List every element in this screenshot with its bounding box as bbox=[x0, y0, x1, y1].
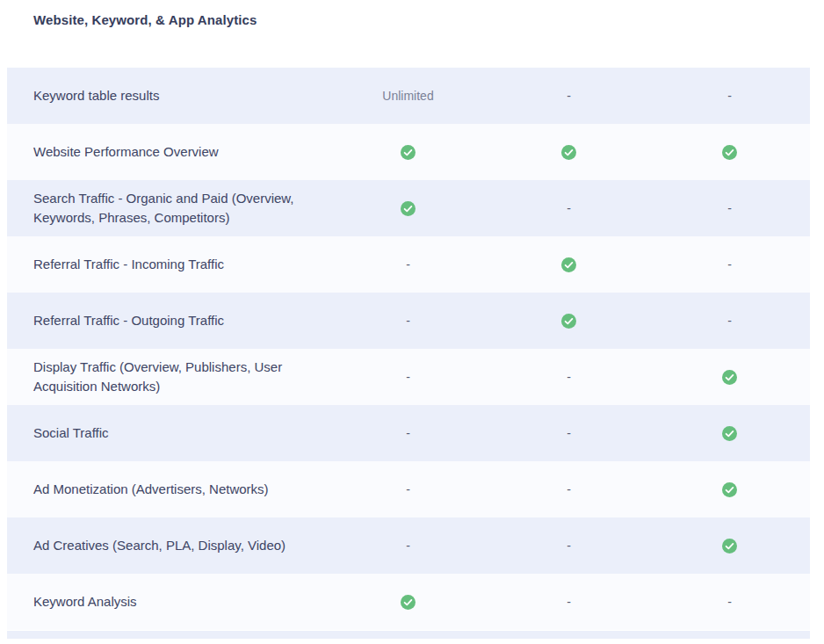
check-icon bbox=[722, 370, 737, 385]
plan-value-cell: - bbox=[328, 257, 488, 271]
table-row: Referral Traffic - Outgoing Traffic-- bbox=[7, 293, 810, 349]
plan-value-cell: - bbox=[488, 426, 649, 440]
dash-value: - bbox=[406, 370, 410, 384]
dash-value: - bbox=[567, 426, 571, 440]
dash-value: - bbox=[406, 426, 410, 440]
check-icon bbox=[722, 539, 737, 554]
dash-value: - bbox=[567, 539, 571, 553]
feature-label: Referral Traffic - Incoming Traffic bbox=[7, 246, 328, 283]
check-icon bbox=[561, 145, 576, 160]
plan-value-cell: - bbox=[649, 89, 810, 103]
dash-value: - bbox=[727, 257, 732, 271]
check-icon bbox=[722, 426, 737, 441]
check-icon bbox=[722, 482, 737, 497]
table-row: Website Performance Overview bbox=[7, 124, 810, 180]
dash-value: - bbox=[727, 595, 732, 609]
dash-value: - bbox=[406, 257, 410, 271]
dash-value: - bbox=[567, 201, 571, 215]
check-icon bbox=[722, 145, 737, 160]
pricing-feature-comparison: Website, Keyword, & App Analytics Keywor… bbox=[0, 12, 824, 644]
plan-value-cell: - bbox=[649, 314, 810, 328]
feature-label: Display Traffic (Overview, Publishers, U… bbox=[7, 349, 328, 405]
dash-value: - bbox=[567, 595, 571, 609]
feature-label: Keyword table results bbox=[7, 77, 328, 114]
table-row: Ad Monetization (Advertisers, Networks)-… bbox=[7, 461, 810, 517]
check-icon bbox=[561, 257, 576, 272]
plan-value-cell: - bbox=[488, 370, 649, 384]
plan-value-cell: - bbox=[488, 595, 649, 609]
plan-value-cell: - bbox=[649, 201, 810, 215]
plan-value-cell: - bbox=[649, 257, 810, 271]
plan-value-cell bbox=[488, 145, 649, 160]
plan-value-cell: - bbox=[488, 539, 649, 553]
dash-value: - bbox=[727, 201, 732, 215]
check-icon bbox=[561, 314, 576, 329]
plan-value-cell: - bbox=[328, 370, 488, 384]
feature-label: Referral Traffic - Outgoing Traffic bbox=[7, 302, 328, 339]
plan-value-cell bbox=[328, 145, 488, 160]
table-row: Search Traffic - Organic and Paid (Overv… bbox=[7, 180, 810, 236]
plan-value-cell bbox=[488, 314, 649, 329]
plan-value-cell: Unlimited bbox=[328, 89, 488, 103]
check-icon bbox=[401, 201, 416, 216]
table-row: Social Traffic-- bbox=[7, 405, 810, 461]
feature-label: Social Traffic bbox=[7, 415, 328, 452]
plan-value-cell bbox=[488, 257, 649, 272]
dash-value: - bbox=[406, 539, 410, 553]
table-row: Referral Traffic - Incoming Traffic-- bbox=[7, 236, 810, 293]
dash-value: - bbox=[567, 89, 571, 103]
plan-value-cell: - bbox=[328, 314, 488, 328]
plan-value-cell bbox=[649, 482, 810, 497]
table-row: Keyword table resultsUnlimited-- bbox=[7, 68, 810, 124]
plan-value-cell bbox=[649, 426, 810, 441]
plan-value-cell: - bbox=[328, 539, 488, 553]
table-row: Keyword Analysis-- bbox=[7, 574, 810, 630]
plan-value-cell: - bbox=[488, 201, 649, 215]
plan-value-cell: - bbox=[488, 482, 649, 496]
plan-value-cell bbox=[649, 370, 810, 385]
check-icon bbox=[401, 145, 416, 160]
section-title: Website, Keyword, & App Analytics bbox=[33, 12, 824, 27]
feature-label: Keyword Analysis bbox=[7, 583, 328, 620]
dash-value: - bbox=[567, 482, 571, 496]
feature-comparison-table: Keyword table resultsUnlimited--Website … bbox=[7, 68, 810, 639]
text-value: Unlimited bbox=[382, 89, 433, 103]
feature-label: Ad Monetization (Advertisers, Networks) bbox=[7, 471, 328, 508]
dash-value: - bbox=[727, 314, 732, 328]
dash-value: - bbox=[406, 314, 410, 328]
plan-value-cell bbox=[328, 595, 488, 610]
dash-value: - bbox=[567, 370, 571, 384]
plan-value-cell bbox=[649, 539, 810, 554]
plan-value-cell: - bbox=[328, 482, 488, 496]
table-row-partial bbox=[7, 631, 810, 639]
feature-label: Search Traffic - Organic and Paid (Overv… bbox=[7, 180, 328, 236]
table-row: Ad Creatives (Search, PLA, Display, Vide… bbox=[7, 517, 810, 574]
check-icon bbox=[401, 595, 416, 610]
plan-value-cell: - bbox=[488, 89, 649, 103]
plan-value-cell: - bbox=[328, 426, 488, 440]
feature-label: Ad Creatives (Search, PLA, Display, Vide… bbox=[7, 527, 328, 564]
plan-value-cell bbox=[328, 201, 488, 216]
plan-value-cell bbox=[649, 145, 810, 160]
table-row: Display Traffic (Overview, Publishers, U… bbox=[7, 349, 810, 405]
feature-label: Website Performance Overview bbox=[7, 134, 328, 170]
plan-value-cell: - bbox=[649, 595, 810, 609]
dash-value: - bbox=[727, 89, 732, 103]
dash-value: - bbox=[406, 482, 410, 496]
